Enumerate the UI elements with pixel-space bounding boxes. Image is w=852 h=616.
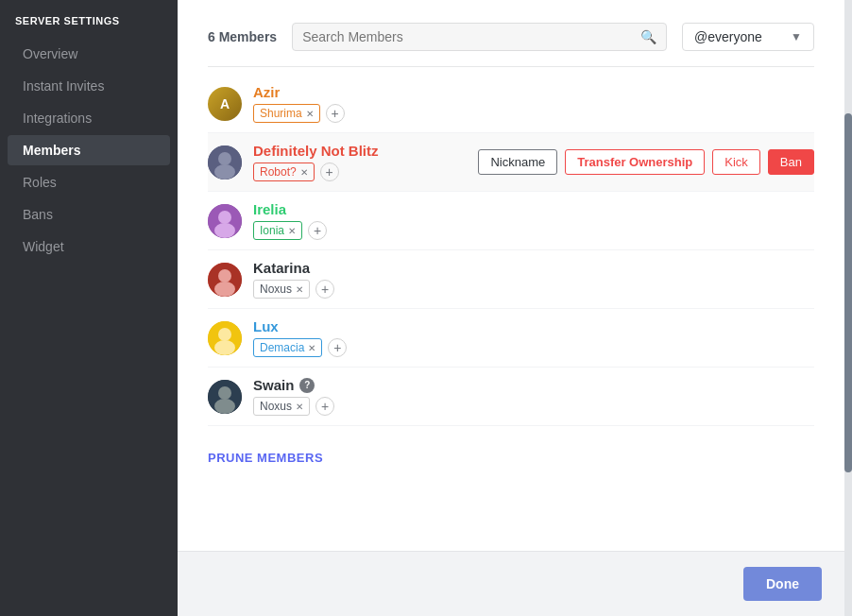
remove-role-button[interactable]: ✕ xyxy=(296,402,303,412)
member-roles: Demacia ✕ + xyxy=(253,338,814,357)
svg-point-14 xyxy=(214,399,235,414)
sidebar-item-members[interactable]: Members xyxy=(8,135,170,165)
kick-button[interactable]: Kick xyxy=(712,149,760,175)
member-roles: Noxus ✕ + xyxy=(253,397,814,416)
svg-point-10 xyxy=(218,328,231,341)
member-roles: Robot? ✕ + xyxy=(253,163,463,181)
prune-section: PRUNE MEMBERS xyxy=(208,426,814,488)
table-row: Swain ? Noxus ✕ + xyxy=(208,368,814,426)
table-row: Katarina Noxus ✕ + xyxy=(208,250,814,309)
remove-role-button[interactable]: ✕ xyxy=(306,109,314,119)
help-icon: ? xyxy=(299,378,315,393)
table-row: Lux Demacia ✕ + xyxy=(208,309,814,368)
prune-members-button[interactable]: PRUNE MEMBERS xyxy=(208,451,323,465)
member-name: Swain ? xyxy=(253,377,814,393)
table-row: Definitely Not Blitz Robot? ✕ + Nickname… xyxy=(208,133,814,192)
role-label: Noxus xyxy=(260,400,292,413)
add-role-button[interactable]: + xyxy=(328,338,347,357)
member-info: Swain ? Noxus ✕ + xyxy=(253,377,814,416)
member-name: Lux xyxy=(253,318,814,334)
member-name: Azir xyxy=(253,84,814,100)
avatar xyxy=(208,263,242,297)
role-label: Shurima xyxy=(260,107,302,120)
add-role-button[interactable]: + xyxy=(315,280,334,299)
svg-point-1 xyxy=(218,152,231,165)
member-info: Definitely Not Blitz Robot? ✕ + xyxy=(253,143,463,181)
main-content: 6 Members 🔍 @everyone ▼ A Azir Shurima xyxy=(178,0,852,616)
header-divider xyxy=(208,66,814,67)
member-info: Lux Demacia ✕ + xyxy=(253,318,814,357)
role-filter-value: @everyone xyxy=(694,29,762,44)
remove-role-button[interactable]: ✕ xyxy=(300,167,308,178)
members-count: 6 Members xyxy=(208,29,277,44)
member-info: Azir Shurima ✕ + xyxy=(253,84,814,123)
member-list: A Azir Shurima ✕ + xyxy=(208,75,814,426)
ban-button[interactable]: Ban xyxy=(768,149,814,175)
search-box[interactable]: 🔍 xyxy=(292,23,667,51)
scrollbar[interactable] xyxy=(844,0,852,616)
sidebar-item-widget[interactable]: Widget xyxy=(8,231,170,262)
add-role-button[interactable]: + xyxy=(320,163,339,181)
sidebar-item-instant-invites[interactable]: Instant Invites xyxy=(8,71,170,101)
svg-point-5 xyxy=(214,223,235,238)
avatar xyxy=(208,321,242,355)
avatar: A xyxy=(208,87,242,121)
table-row: Irelia Ionia ✕ + xyxy=(208,192,814,250)
role-tag: Shurima ✕ xyxy=(253,104,320,123)
svg-point-13 xyxy=(218,386,231,400)
role-label: Ionia xyxy=(260,224,284,237)
role-tag: Noxus ✕ xyxy=(253,397,310,416)
role-tag: Robot? ✕ xyxy=(253,163,315,181)
role-tag: Ionia ✕ xyxy=(253,221,302,240)
sidebar-item-overview[interactable]: Overview xyxy=(8,39,170,69)
sidebar-title: SERVER SETTINGS xyxy=(0,15,178,38)
member-info: Irelia Ionia ✕ + xyxy=(253,201,814,240)
chevron-down-icon: ▼ xyxy=(791,30,802,43)
nickname-button[interactable]: Nickname xyxy=(478,149,557,175)
search-input[interactable] xyxy=(302,29,633,44)
svg-point-11 xyxy=(214,340,235,355)
add-role-button[interactable]: + xyxy=(315,397,334,416)
member-name: Definitely Not Blitz xyxy=(253,143,463,159)
role-tag: Noxus ✕ xyxy=(253,280,310,299)
sidebar-item-bans[interactable]: Bans xyxy=(8,199,170,230)
role-label: Demacia xyxy=(260,341,304,354)
transfer-ownership-button[interactable]: Transfer Ownership xyxy=(565,149,705,175)
search-icon: 🔍 xyxy=(640,29,656,44)
role-label: Noxus xyxy=(260,282,292,296)
scrollbar-thumb[interactable] xyxy=(844,113,852,472)
svg-point-2 xyxy=(214,164,235,180)
sidebar-item-roles[interactable]: Roles xyxy=(8,167,170,197)
remove-role-button[interactable]: ✕ xyxy=(288,226,296,236)
svg-point-8 xyxy=(214,282,235,297)
remove-role-button[interactable]: ✕ xyxy=(308,343,315,353)
member-roles: Ionia ✕ + xyxy=(253,221,814,240)
member-name: Irelia xyxy=(253,201,814,217)
avatar xyxy=(208,380,242,414)
svg-point-4 xyxy=(218,211,231,224)
role-filter-dropdown[interactable]: @everyone ▼ xyxy=(682,23,814,51)
avatar xyxy=(208,145,242,180)
avatar xyxy=(208,204,242,238)
role-label: Robot? xyxy=(260,165,297,179)
add-role-button[interactable]: + xyxy=(326,104,345,123)
footer: Done xyxy=(178,551,852,616)
svg-point-7 xyxy=(218,269,231,282)
member-info: Katarina Noxus ✕ + xyxy=(253,260,814,299)
sidebar-item-integrations[interactable]: Integrations xyxy=(8,103,170,133)
member-roles: Noxus ✕ + xyxy=(253,280,814,299)
add-role-button[interactable]: + xyxy=(308,221,327,240)
member-name: Katarina xyxy=(253,260,814,276)
content-area: 6 Members 🔍 @everyone ▼ A Azir Shurima xyxy=(178,0,852,551)
members-header: 6 Members 🔍 @everyone ▼ xyxy=(208,23,814,51)
sidebar: SERVER SETTINGS Overview Instant Invites… xyxy=(0,0,178,616)
member-actions: Nickname Transfer Ownership Kick Ban xyxy=(478,149,814,175)
role-tag: Demacia ✕ xyxy=(253,338,322,357)
table-row: A Azir Shurima ✕ + xyxy=(208,75,814,133)
done-button[interactable]: Done xyxy=(743,567,822,601)
member-roles: Shurima ✕ + xyxy=(253,104,814,123)
remove-role-button[interactable]: ✕ xyxy=(296,284,303,295)
